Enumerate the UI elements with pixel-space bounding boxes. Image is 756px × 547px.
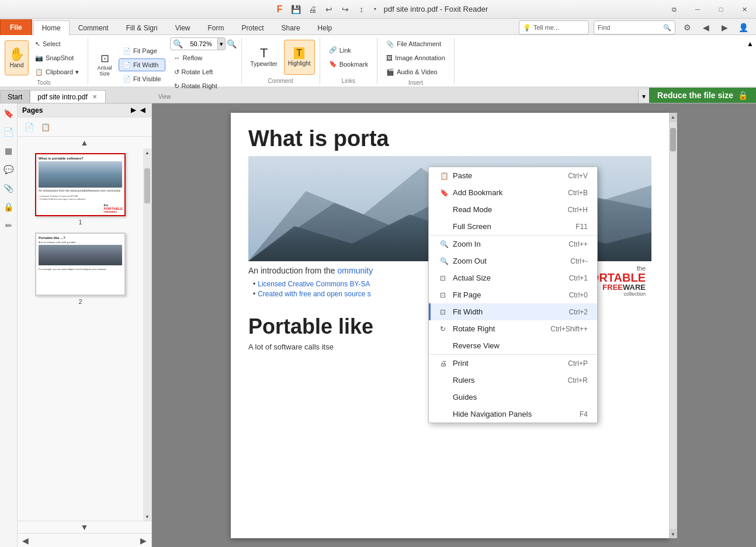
doc-tab-pdf-close[interactable]: ✕	[91, 93, 98, 101]
ctx-reverseview[interactable]: Reverse View	[429, 337, 597, 354]
ctx-bookmark[interactable]: 🔖 Add Bookmark Ctrl+B	[429, 184, 597, 201]
ctx-guides[interactable]: Guides	[429, 389, 597, 406]
image-annotation-btn[interactable]: 🖼 Image Annotation	[382, 51, 449, 64]
pages-panel-collapse-btn[interactable]: ◀	[138, 106, 147, 115]
zoom-plus-icon[interactable]: 🔍	[227, 39, 237, 49]
file-attachment-btn[interactable]: 📎 File Attachment	[382, 37, 449, 50]
foxit-logo-btn[interactable]: F	[273, 2, 287, 16]
bookmark-btn[interactable]: 🔖 Bookmark	[325, 58, 373, 71]
pages-scroll-down[interactable]: ▼	[18, 521, 151, 533]
sidebar-pages-icon[interactable]: 📄	[1, 124, 16, 140]
doc-tab-start[interactable]: Start	[0, 90, 30, 103]
ctx-paste[interactable]: 📋 Paste Ctrl+V	[429, 167, 597, 184]
tab-comment[interactable]: Comment	[70, 20, 117, 35]
ctx-rulers[interactable]: Rulers Ctrl+R	[429, 372, 597, 389]
sidebar-attachments-icon[interactable]: 📎	[1, 181, 16, 196]
undo-btn[interactable]: ↩	[322, 2, 336, 16]
ctx-fitwidth[interactable]: ⊡ Fit Width Ctrl+2	[429, 303, 597, 320]
doc-tab-pdf[interactable]: pdf site intro.pdf ✕	[30, 90, 105, 103]
ctx-fullscreen[interactable]: Full Screen F11	[429, 218, 597, 235]
rotate-left-btn[interactable]: ↺ Rotate Left	[170, 65, 237, 78]
sidebar-layers-icon[interactable]: ▦	[1, 143, 16, 158]
rotate-right-btn[interactable]: ↻ Rotate Right	[170, 79, 237, 92]
ctx-readmode[interactable]: Read Mode Ctrl+H	[429, 201, 597, 218]
scroll-down-arrow[interactable]: ▼	[81, 522, 89, 532]
zoom-control[interactable]: 🔍 ▾	[170, 37, 226, 50]
fit-width-btn[interactable]: 📄 Fit Width	[119, 58, 165, 71]
save-btn[interactable]: 💾	[289, 2, 303, 16]
tab-file[interactable]: File	[0, 19, 32, 35]
fit-page-btn[interactable]: 📄 Fit Page	[119, 44, 165, 57]
sidebar-bookmark-icon[interactable]: 🔖	[1, 106, 16, 121]
ctx-zoomin[interactable]: 🔍 Zoom In Ctrl++	[429, 235, 597, 252]
tab-fill-sign[interactable]: Fill & Sign	[117, 20, 167, 35]
zoom-input[interactable]	[185, 40, 217, 47]
panel-icon-1[interactable]: 📄	[22, 120, 36, 134]
tab-form[interactable]: Form	[199, 20, 233, 35]
user-icon[interactable]: 👤	[736, 20, 750, 34]
pdf-scroll-down-btn[interactable]: ▼	[669, 530, 677, 538]
ctx-zoomout[interactable]: 🔍 Zoom Out Ctrl+-	[429, 252, 597, 269]
redo-btn[interactable]: ↪	[338, 2, 352, 16]
snapshot-btn[interactable]: 📷 SnapShot	[31, 51, 83, 64]
pages-left-arrow[interactable]: ◀	[22, 536, 29, 545]
nav-back-btn[interactable]: ◀	[699, 20, 713, 34]
pages-scroll-bottom-btn[interactable]: ▼	[143, 513, 151, 521]
tile-btn[interactable]: ⧉	[663, 0, 686, 19]
link-btn[interactable]: 🔗 Link	[325, 44, 373, 57]
typewriter-btn[interactable]: T Typewriter	[247, 40, 282, 75]
nav-forward-btn[interactable]: ▶	[717, 20, 731, 34]
doc-tabs-dropdown[interactable]: ▾	[638, 90, 649, 103]
panel-icon-2[interactable]: 📋	[39, 120, 53, 134]
page-2-thumb[interactable]: Portable like ...? A lot of software cal…	[35, 233, 126, 296]
ctx-rotateright[interactable]: ↻ Rotate Right Ctrl+Shift++	[429, 320, 597, 337]
maximize-btn[interactable]: □	[709, 0, 733, 19]
ctx-fitpage[interactable]: ⊡ Fit Page Ctrl+0	[429, 286, 597, 303]
sidebar-edit-icon[interactable]: ✏	[1, 218, 16, 233]
reduce-banner[interactable]: Reduce the file size 🔒	[649, 88, 756, 103]
select-btn[interactable]: ↖ Select	[31, 37, 83, 50]
ctx-hidenavpanels[interactable]: Hide Navigation Panels F4	[429, 406, 597, 423]
audio-video-btn[interactable]: 🎬 Audio & Video	[382, 65, 449, 78]
cursor-btn[interactable]: ↕	[355, 2, 369, 16]
quick-access-dropdown[interactable]: ▾	[371, 2, 379, 16]
pdf-scroll-thumb[interactable]	[670, 128, 676, 151]
pages-scroll-thumb[interactable]	[144, 168, 150, 203]
pages-panel-expand-btn[interactable]: ▶	[129, 106, 137, 115]
zoom-minus-icon[interactable]: 🔍	[171, 39, 185, 49]
pdf-scroll-up-btn[interactable]: ▲	[669, 113, 677, 121]
sidebar-comments-icon[interactable]: 💬	[1, 162, 16, 177]
collapse-ribbon-btn[interactable]: ▲	[744, 37, 756, 50]
fit-page-label: Fit Page	[133, 47, 157, 54]
zoom-dropdown-btn[interactable]: ▾	[217, 38, 225, 50]
clipboard-btn[interactable]: 📋 Clipboard ▾	[31, 65, 83, 78]
page-2-container[interactable]: Portable like ...? A lot of software cal…	[35, 233, 126, 305]
ctx-print[interactable]: 🖨 Print Ctrl+P	[429, 354, 597, 372]
hand-btn[interactable]: ✋ Hand	[5, 40, 29, 75]
tab-protect[interactable]: Protect	[233, 20, 273, 35]
find-box[interactable]: Find 🔍	[594, 20, 675, 34]
tab-share[interactable]: Share	[273, 20, 309, 35]
tab-home[interactable]: Home	[33, 20, 70, 35]
tab-view[interactable]: View	[167, 20, 199, 35]
scroll-up-arrow[interactable]: ▲	[81, 138, 89, 147]
ctx-actualsize[interactable]: ⊡ Actual Size Ctrl+1	[429, 269, 597, 286]
minimize-btn[interactable]: ─	[686, 0, 709, 19]
highlight-btn[interactable]: T Highlight	[284, 40, 315, 75]
sidebar-security-icon[interactable]: 🔒	[1, 199, 16, 214]
pages-right-arrow[interactable]: ▶	[140, 536, 147, 545]
pages-scroll-top-btn[interactable]: ▲	[143, 148, 151, 157]
tab-help[interactable]: Help	[309, 20, 341, 35]
print-quick-btn[interactable]: 🖨	[306, 2, 320, 16]
reflow-btn[interactable]: ↔ Reflow	[170, 51, 237, 64]
page-1-thumb[interactable]: What is portable software? An introducti…	[35, 153, 126, 216]
settings-icon[interactable]: ⚙	[680, 20, 694, 34]
page-2-thumb-title: Portable like ...?	[39, 236, 122, 240]
actual-size-btn[interactable]: ⊡ ActualSize	[93, 47, 116, 82]
page-1-container[interactable]: What is portable software? An introducti…	[35, 153, 126, 226]
close-btn[interactable]: ✕	[733, 0, 756, 19]
tell-me-box[interactable]: 💡 Tell me...	[519, 20, 589, 34]
pages-scroll-up[interactable]: ▲	[18, 137, 151, 148]
fit-visible-btn[interactable]: 📄 Fit Visible	[119, 72, 165, 85]
ctx-rulers-shortcut: Ctrl+R	[568, 376, 588, 385]
